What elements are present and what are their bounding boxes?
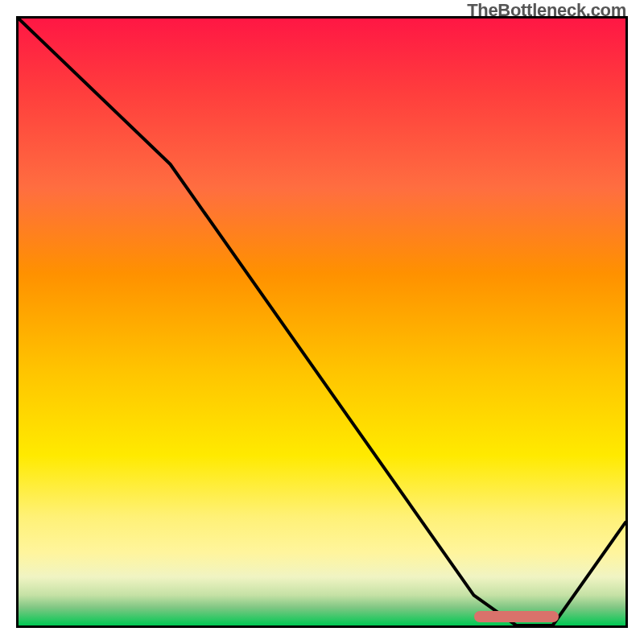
bottleneck-curve-path [19, 19, 625, 625]
bottleneck-chart: TheBottleneck.com [0, 0, 644, 644]
optimal-range-marker [474, 611, 559, 622]
plot-area [16, 16, 628, 628]
curve-svg [19, 19, 625, 625]
